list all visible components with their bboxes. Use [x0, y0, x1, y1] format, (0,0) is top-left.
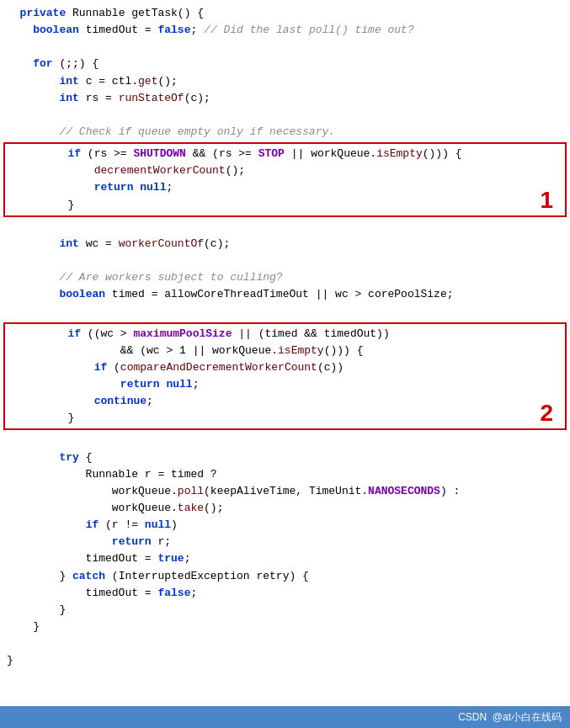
highlight-box-2: if ((wc > maximumPoolSize || (timed && t… [3, 322, 567, 431]
code-line: } [0, 602, 570, 619]
code-line: Runnable r = timed ? [0, 466, 570, 483]
code-line: } catch (InterruptedException retry) { [0, 568, 570, 585]
code-line: return r; [0, 534, 570, 550]
code-line: for (;;) { [0, 56, 570, 72]
code-line [0, 252, 570, 269]
code-line: return null; [8, 179, 562, 196]
code-line: return null; [8, 376, 562, 393]
code-line: // Are workers subject to culling? [0, 269, 570, 286]
code-line: boolean timed = allowCoreThreadTimeOut |… [0, 286, 570, 303]
code-line: workQueue.take(); [0, 500, 570, 517]
code-line: } [0, 652, 570, 669]
code-line: if (r != null) [0, 517, 570, 534]
code-line [0, 39, 570, 56]
code-line [0, 432, 570, 449]
code-line [0, 303, 570, 320]
code-line: decrementWorkerCount(); [8, 162, 562, 179]
highlight-box-1: if (rs >= SHUTDOWN && (rs >= STOP || wor… [3, 142, 567, 217]
code-line: } [0, 619, 570, 635]
code-line: int c = ctl.get(); [0, 73, 570, 90]
code-line: int rs = runStateOf(c); [0, 90, 570, 107]
code-line: private Runnable getTask() { [0, 5, 570, 22]
code-line [0, 635, 570, 652]
code-line [0, 219, 570, 236]
code-line: && (wc > 1 || workQueue.isEmpty())) { [8, 343, 562, 359]
code-line: int wc = workerCountOf(c); [0, 236, 570, 252]
box-number-1: 1 [540, 189, 553, 212]
code-line: continue; [8, 393, 562, 410]
code-container: private Runnable getTask() { boolean tim… [0, 0, 570, 720]
code-line: timedOut = true; [0, 550, 570, 567]
box-number-2: 2 [540, 401, 553, 425]
bottom-bar: CSDN @at小白在线码 [0, 706, 570, 728]
code-line: if (rs >= SHUTDOWN && (rs >= STOP || wor… [8, 146, 562, 162]
code-line: // Check if queue empty only if necessar… [0, 124, 570, 141]
code-line [0, 107, 570, 124]
code-line: } [8, 410, 562, 427]
code-line: try { [0, 449, 570, 466]
code-line: } [8, 197, 562, 214]
code-line: workQueue.poll(keepAliveTime, TimeUnit.N… [0, 483, 570, 500]
code-line: timedOut = false; [0, 585, 570, 602]
watermark-text: CSDN @at小白在线码 [458, 709, 562, 725]
code-line: boolean timedOut = false; // Did the las… [0, 22, 570, 39]
code-line: if ((wc > maximumPoolSize || (timed && t… [8, 326, 562, 343]
code-line: if (compareAndDecrementWorkerCount(c)) [8, 359, 562, 376]
